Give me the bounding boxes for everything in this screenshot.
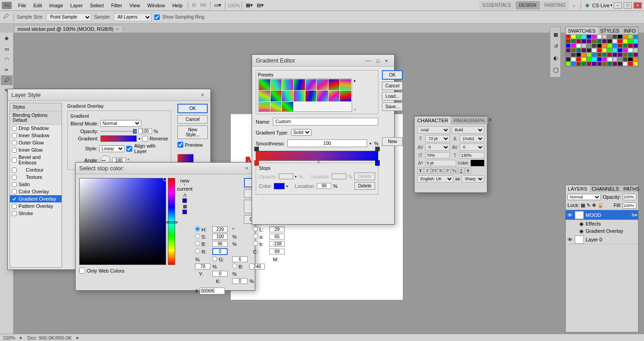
gradient-type-select[interactable]: Solid [291,129,311,136]
gradient-preset[interactable] [259,102,270,112]
new-style-button[interactable]: New Style... [177,125,208,139]
faux-bold[interactable]: T [417,168,424,174]
swatch[interactable] [602,48,607,53]
opacity-slider[interactable] [100,131,137,132]
swatch[interactable] [571,39,576,43]
swatch[interactable] [592,53,596,57]
visibility-icon[interactable]: 👁 [567,212,573,218]
extras-icon[interactable]: ▦▾ [244,2,255,8]
swatch[interactable] [571,62,576,66]
swatch[interactable] [581,57,586,62]
swatch[interactable] [617,39,622,43]
swatch[interactable] [566,62,571,66]
show-sampling-ring-checkbox[interactable] [154,14,160,20]
lock-all-icon[interactable]: 🔒 [597,202,604,209]
swatch[interactable] [566,53,571,57]
style-checkbox[interactable] [12,168,17,173]
lock-pixels-icon[interactable]: ✎ [587,202,591,209]
swatch[interactable] [617,48,622,53]
opacity-input[interactable] [138,128,152,134]
menu-image[interactable]: Image [46,1,67,10]
swatch[interactable] [602,39,607,43]
g-input[interactable] [232,256,248,262]
gradient-preset[interactable] [294,91,305,101]
gradient-preset[interactable] [271,102,282,112]
menu-filter[interactable]: Filter [107,1,125,10]
gradient-preset[interactable] [282,79,293,90]
midpoint-icon[interactable]: ◇ [317,160,320,164]
leading-select[interactable]: (Auto) [460,135,484,142]
menu-file[interactable]: File [14,1,30,10]
bblue-radio[interactable] [232,264,237,269]
gradient-name-input[interactable] [273,118,378,125]
workspace-more-icon[interactable]: » [570,3,578,8]
swatch[interactable] [617,57,622,62]
faux-italic[interactable]: T [424,168,430,174]
style-checkbox[interactable] [12,158,17,163]
blend-mode-select[interactable]: Normal [100,120,141,127]
stop-color-location-input[interactable] [317,183,331,189]
swatch[interactable] [607,57,612,62]
launch-bridge-icon[interactable]: Br [190,3,198,8]
swatch[interactable] [597,62,602,66]
baseline-input[interactable] [425,160,456,166]
tab-layers[interactable]: LAYERS [566,185,590,192]
swatch[interactable] [617,53,622,57]
strikethrough[interactable]: T [465,168,471,174]
menu-window[interactable]: Window [144,1,169,10]
delete-color-stop-button[interactable]: Delete [354,182,376,190]
swatch[interactable] [628,62,633,66]
style-item-inner-shadow[interactable]: Inner Shadow [10,132,62,139]
swatch[interactable] [612,57,617,62]
fill-input[interactable] [623,202,636,209]
preview-checkbox[interactable] [177,142,183,148]
styles-header[interactable]: Styles [10,103,62,111]
style-checkbox[interactable] [12,175,17,180]
swatch[interactable] [612,48,617,53]
a-input[interactable] [269,234,285,240]
l-radio[interactable] [253,226,258,231]
preset-grid[interactable] [258,78,352,112]
swatch[interactable] [612,39,617,43]
vscale-input[interactable] [425,152,450,158]
color-stop-right[interactable] [375,160,380,166]
swatch[interactable] [617,62,622,66]
style-checkbox[interactable] [12,126,17,131]
marquee-tool[interactable]: ▭ [1,44,13,54]
s-radio[interactable] [195,234,200,239]
tab-channels[interactable]: CHANNELS [590,185,621,192]
swatch[interactable] [592,62,596,66]
style-item-color-overlay[interactable]: Color Overlay [10,188,62,195]
h-input[interactable] [212,226,228,232]
gradient-preset[interactable] [305,79,317,90]
kerning-select[interactable]: 0 [425,144,450,151]
swatch[interactable] [576,34,581,39]
swatch[interactable] [607,39,612,43]
cancel-button[interactable]: Cancel [177,115,208,124]
swatch[interactable] [602,62,607,66]
web-safe-icon[interactable]: ▦ [183,204,187,209]
layer-effects[interactable]: ◉ Effects [566,220,638,227]
lasso-tool[interactable]: ◠ [1,54,13,64]
document-tab[interactable]: mood sticker.psd @ 100% (MOOD, RGB/8) × [14,25,123,33]
swatch[interactable] [623,57,628,62]
swatch[interactable] [576,39,581,43]
save-button[interactable]: Save... [382,102,402,111]
style-item-contour[interactable]: Contour [10,166,62,173]
r-radio[interactable] [195,249,200,254]
text-color-swatch[interactable] [471,160,484,166]
maximize-icon[interactable]: □ [374,58,382,63]
swatch[interactable] [612,34,617,39]
swatch[interactable] [597,34,602,39]
gradient-preset[interactable] [329,91,340,101]
cslive-button[interactable]: CS Live [592,3,610,8]
sample-select[interactable]: All Layers [114,13,152,21]
style-checkbox[interactable] [12,148,17,153]
swatch[interactable] [571,53,576,57]
swatch[interactable] [581,62,586,66]
style-checkbox[interactable] [12,189,17,194]
hex-input[interactable] [200,288,225,294]
y-input[interactable] [212,271,228,277]
swatch[interactable] [592,48,596,53]
ok-button[interactable]: OK [177,104,208,113]
